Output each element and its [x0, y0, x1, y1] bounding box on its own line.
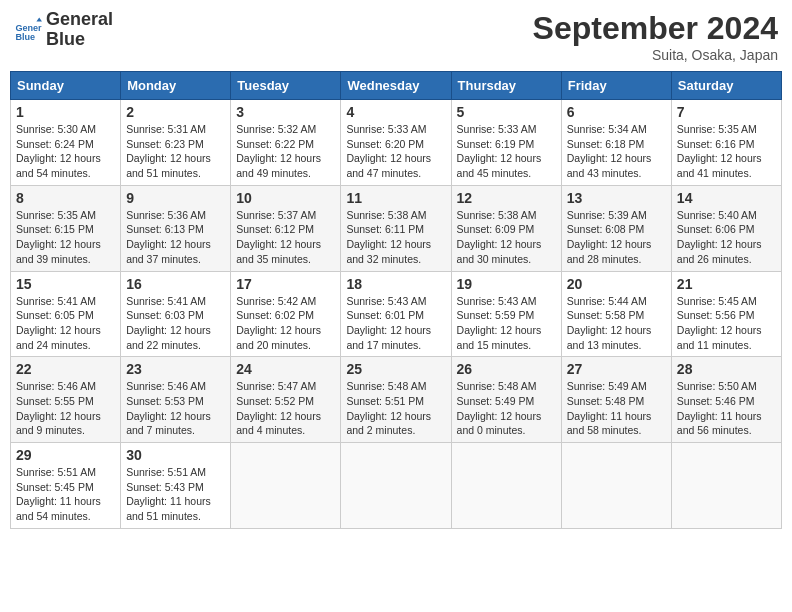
day-number: 9	[126, 190, 225, 206]
cell-line: Sunset: 6:15 PM	[16, 222, 115, 237]
cell-line: Sunset: 5:51 PM	[346, 394, 445, 409]
cell-line: and 54 minutes.	[16, 509, 115, 524]
calendar-body: 1Sunrise: 5:30 AMSunset: 6:24 PMDaylight…	[11, 100, 782, 529]
cell-line: and 58 minutes.	[567, 423, 666, 438]
cell-line: Daylight: 12 hours	[457, 323, 556, 338]
cell-line: Sunrise: 5:49 AM	[567, 379, 666, 394]
month-title: September 2024	[533, 10, 778, 47]
cell-line: Sunset: 6:09 PM	[457, 222, 556, 237]
cell-line: and 7 minutes.	[126, 423, 225, 438]
cell-line: and 35 minutes.	[236, 252, 335, 267]
cell-line: and 32 minutes.	[346, 252, 445, 267]
calendar-cell	[451, 443, 561, 529]
cell-line: Daylight: 12 hours	[457, 151, 556, 166]
cell-line: Sunrise: 5:47 AM	[236, 379, 335, 394]
day-number: 21	[677, 276, 776, 292]
cell-line: and 56 minutes.	[677, 423, 776, 438]
cell-line: Daylight: 12 hours	[16, 409, 115, 424]
cell-line: Sunset: 5:55 PM	[16, 394, 115, 409]
svg-marker-2	[36, 17, 42, 21]
cell-line: Sunset: 6:13 PM	[126, 222, 225, 237]
cell-line: and 22 minutes.	[126, 338, 225, 353]
calendar-cell	[561, 443, 671, 529]
day-number: 28	[677, 361, 776, 377]
cell-line: Sunrise: 5:43 AM	[457, 294, 556, 309]
cell-line: Sunset: 5:46 PM	[677, 394, 776, 409]
cell-line: Daylight: 12 hours	[567, 237, 666, 252]
cell-line: Sunset: 5:49 PM	[457, 394, 556, 409]
cell-line: Sunset: 5:48 PM	[567, 394, 666, 409]
calendar-cell: 6Sunrise: 5:34 AMSunset: 6:18 PMDaylight…	[561, 100, 671, 186]
calendar-cell: 20Sunrise: 5:44 AMSunset: 5:58 PMDayligh…	[561, 271, 671, 357]
cell-line: Sunrise: 5:51 AM	[126, 465, 225, 480]
weekday-header-tuesday: Tuesday	[231, 72, 341, 100]
cell-line: and 24 minutes.	[16, 338, 115, 353]
cell-line: and 41 minutes.	[677, 166, 776, 181]
cell-line: Daylight: 12 hours	[567, 323, 666, 338]
calendar-week-5: 29Sunrise: 5:51 AMSunset: 5:45 PMDayligh…	[11, 443, 782, 529]
calendar-cell: 3Sunrise: 5:32 AMSunset: 6:22 PMDaylight…	[231, 100, 341, 186]
cell-line: and 51 minutes.	[126, 166, 225, 181]
cell-line: Sunrise: 5:31 AM	[126, 122, 225, 137]
cell-line: and 20 minutes.	[236, 338, 335, 353]
day-number: 2	[126, 104, 225, 120]
cell-line: and 26 minutes.	[677, 252, 776, 267]
calendar-cell: 18Sunrise: 5:43 AMSunset: 6:01 PMDayligh…	[341, 271, 451, 357]
cell-line: Sunrise: 5:38 AM	[346, 208, 445, 223]
cell-line: and 45 minutes.	[457, 166, 556, 181]
calendar-cell: 28Sunrise: 5:50 AMSunset: 5:46 PMDayligh…	[671, 357, 781, 443]
day-number: 25	[346, 361, 445, 377]
calendar-cell	[231, 443, 341, 529]
cell-line: Daylight: 12 hours	[457, 409, 556, 424]
day-number: 14	[677, 190, 776, 206]
cell-line: Sunset: 6:05 PM	[16, 308, 115, 323]
cell-line: Daylight: 11 hours	[16, 494, 115, 509]
cell-line: Sunrise: 5:41 AM	[16, 294, 115, 309]
cell-line: Sunrise: 5:46 AM	[126, 379, 225, 394]
calendar-cell: 1Sunrise: 5:30 AMSunset: 6:24 PMDaylight…	[11, 100, 121, 186]
cell-line: and 11 minutes.	[677, 338, 776, 353]
day-number: 3	[236, 104, 335, 120]
day-number: 27	[567, 361, 666, 377]
calendar-cell: 21Sunrise: 5:45 AMSunset: 5:56 PMDayligh…	[671, 271, 781, 357]
cell-line: Daylight: 12 hours	[677, 151, 776, 166]
cell-line: and 54 minutes.	[16, 166, 115, 181]
cell-line: Daylight: 12 hours	[16, 237, 115, 252]
cell-line: and 30 minutes.	[457, 252, 556, 267]
cell-line: Sunset: 6:11 PM	[346, 222, 445, 237]
cell-line: Sunrise: 5:43 AM	[346, 294, 445, 309]
day-number: 30	[126, 447, 225, 463]
cell-line: and 9 minutes.	[16, 423, 115, 438]
cell-line: Sunset: 6:08 PM	[567, 222, 666, 237]
title-area: September 2024 Suita, Osaka, Japan	[533, 10, 778, 63]
calendar-cell: 14Sunrise: 5:40 AMSunset: 6:06 PMDayligh…	[671, 185, 781, 271]
cell-line: Daylight: 12 hours	[346, 409, 445, 424]
cell-line: and 39 minutes.	[16, 252, 115, 267]
weekday-header-row: SundayMondayTuesdayWednesdayThursdayFrid…	[11, 72, 782, 100]
cell-line: Daylight: 12 hours	[236, 323, 335, 338]
calendar-cell: 22Sunrise: 5:46 AMSunset: 5:55 PMDayligh…	[11, 357, 121, 443]
cell-line: and 43 minutes.	[567, 166, 666, 181]
day-number: 5	[457, 104, 556, 120]
calendar-week-2: 8Sunrise: 5:35 AMSunset: 6:15 PMDaylight…	[11, 185, 782, 271]
cell-line: Sunset: 6:22 PM	[236, 137, 335, 152]
logo-text: General Blue	[46, 10, 113, 50]
calendar-cell: 10Sunrise: 5:37 AMSunset: 6:12 PMDayligh…	[231, 185, 341, 271]
day-number: 11	[346, 190, 445, 206]
calendar-cell: 11Sunrise: 5:38 AMSunset: 6:11 PMDayligh…	[341, 185, 451, 271]
day-number: 22	[16, 361, 115, 377]
day-number: 4	[346, 104, 445, 120]
calendar-week-3: 15Sunrise: 5:41 AMSunset: 6:05 PMDayligh…	[11, 271, 782, 357]
calendar-cell	[671, 443, 781, 529]
location-subtitle: Suita, Osaka, Japan	[533, 47, 778, 63]
cell-line: Sunrise: 5:51 AM	[16, 465, 115, 480]
calendar-header: SundayMondayTuesdayWednesdayThursdayFrid…	[11, 72, 782, 100]
cell-line: Sunset: 5:53 PM	[126, 394, 225, 409]
calendar-cell: 27Sunrise: 5:49 AMSunset: 5:48 PMDayligh…	[561, 357, 671, 443]
cell-line: and 49 minutes.	[236, 166, 335, 181]
day-number: 20	[567, 276, 666, 292]
cell-line: Daylight: 12 hours	[346, 151, 445, 166]
cell-line: Daylight: 12 hours	[457, 237, 556, 252]
day-number: 8	[16, 190, 115, 206]
day-number: 23	[126, 361, 225, 377]
